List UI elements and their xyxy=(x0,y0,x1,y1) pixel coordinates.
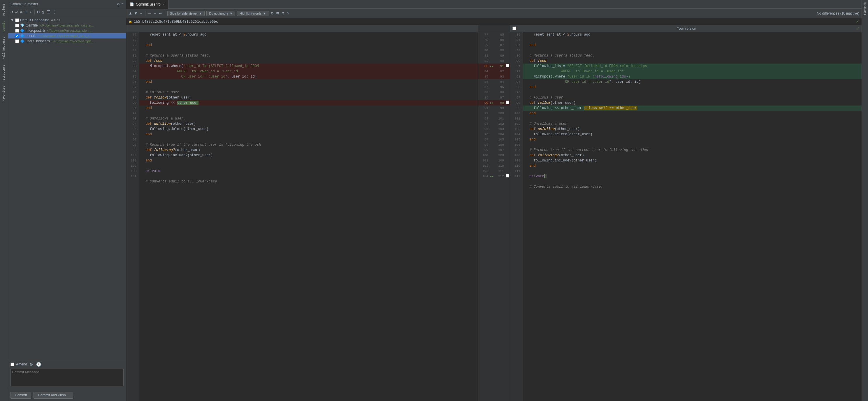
code-line xyxy=(139,85,478,90)
gutter-row: 81 89 xyxy=(478,53,510,58)
tab-user-rb[interactable]: 📄 Commit: user.rb ✕ xyxy=(126,0,168,9)
sync-icon[interactable]: ⇔ xyxy=(159,10,162,16)
changelist-checkbox[interactable] xyxy=(15,18,19,22)
gutter-row: 93 101 xyxy=(478,116,510,121)
your-version-label: Your version xyxy=(677,27,696,31)
code-line: # Unfollows a user. xyxy=(139,116,478,121)
right-pane-checkbox[interactable] xyxy=(513,27,516,30)
center-gutter: 77 85 78 86 79 87 80 88 xyxy=(478,25,510,401)
highlight-dropdown[interactable]: Highlight words ▼ xyxy=(237,11,269,16)
left-code-scroll[interactable]: 77 78 79 80 81 82 83 84 85 86 87 88 89 9… xyxy=(126,32,478,401)
code-line: following.include?(other_user) xyxy=(139,153,478,158)
add-icon[interactable]: ⊕ xyxy=(20,9,23,15)
settings-more-icon[interactable]: ⚙ xyxy=(270,10,274,16)
file-item-micropost[interactable]: 🔷 micropost.rb ~/RubymineProjects/sample… xyxy=(8,28,126,33)
edit-icon[interactable]: ✏ xyxy=(139,10,143,16)
diff-settings-icon[interactable]: ⚙ xyxy=(281,10,284,16)
amend-clock-icon[interactable]: 🕐 xyxy=(36,362,42,367)
commit-button[interactable]: Commit xyxy=(10,392,31,399)
prev-change-icon[interactable]: ▲ xyxy=(128,11,132,16)
group-icon[interactable]: ⊟ xyxy=(36,9,40,15)
tab-file-icon: 📄 xyxy=(130,2,134,6)
commit-message-area: Amend ⚙ 🕐 xyxy=(8,360,126,389)
minimize-icon[interactable]: − xyxy=(121,2,124,6)
user-path: ~/RubymineProjects/sample_rails_a… xyxy=(38,34,93,38)
next-change-icon[interactable]: ▼ xyxy=(134,11,137,16)
file-item-user[interactable]: 🔷 user.rb ~/RubymineProjects/sample_rail… xyxy=(8,33,126,38)
commit-toolbar: ↺ ↩ ⊕ ⊞ ⬇ ⊟ ◎ ☰ ⋮ xyxy=(8,8,126,16)
columns-icon[interactable]: ⊞ xyxy=(276,10,279,16)
code-line xyxy=(523,48,862,53)
sidebar-item-project[interactable]: Project xyxy=(2,1,6,18)
amend-checkbox[interactable] xyxy=(10,363,14,366)
diff-checkbox-3[interactable] xyxy=(506,174,509,178)
micropost-path: ~/RubymineProjects/sample_r… xyxy=(46,29,93,32)
code-line: end xyxy=(523,137,862,142)
ignore-dropdown[interactable]: Do not ignore ▼ xyxy=(206,11,235,16)
download-icon[interactable]: ⬇ xyxy=(29,9,33,15)
users-helper-name: users_helper.rb xyxy=(26,39,50,43)
tab-close-icon[interactable]: ✕ xyxy=(162,3,165,6)
gutter-row: 97 105 xyxy=(478,137,510,142)
micropost-icon: 🔷 xyxy=(20,29,25,33)
diff-icon[interactable]: ⊞ xyxy=(24,9,28,15)
code-line: def follow(other_user) xyxy=(139,95,478,100)
code-line: def feed xyxy=(139,58,478,64)
sidebar-item-structure[interactable]: Structure xyxy=(2,62,6,83)
user-checkbox[interactable] xyxy=(15,34,19,38)
code-line xyxy=(139,48,478,53)
code-line: # Returns a user's status feed. xyxy=(139,53,478,58)
diff-checkbox[interactable] xyxy=(506,64,509,67)
users-helper-checkbox[interactable] xyxy=(15,39,19,43)
settings-icon[interactable]: ⚙ xyxy=(117,2,120,6)
right-code-scroll[interactable]: 85 86 87 88 89 90 91 92 93 94 95 96 97 9… xyxy=(510,32,862,401)
undo-icon[interactable]: ↩ xyxy=(14,9,18,15)
code-line: # Follows a user. xyxy=(139,90,478,95)
sep-2 xyxy=(165,11,165,16)
highlight-label: Highlight words xyxy=(240,12,261,15)
expand-arrow[interactable]: ▼ xyxy=(10,18,14,22)
diff-split: 77 78 79 80 81 82 83 84 85 86 87 88 89 9… xyxy=(126,25,862,401)
code-line: # Follows a user. xyxy=(523,95,862,100)
nav-left-icon[interactable]: ← xyxy=(148,11,151,16)
micropost-checkbox[interactable] xyxy=(15,29,19,33)
highlight-arrow: ▼ xyxy=(263,12,266,15)
ignore-label: Do not ignore xyxy=(209,12,228,15)
sep-1 xyxy=(145,11,146,16)
help-icon[interactable]: ? xyxy=(286,11,290,16)
gutter-row: 96 104 xyxy=(478,132,510,137)
sidebar-item-database[interactable]: Database xyxy=(863,0,867,17)
eye-icon[interactable]: ◎ xyxy=(41,9,45,15)
nav-right-icon[interactable]: → xyxy=(153,11,157,16)
amend-settings-icon[interactable]: ⚙ xyxy=(29,362,34,367)
gutter-row: 91 99 xyxy=(478,105,510,111)
commit-and-push-button[interactable]: Commit and Push... xyxy=(33,392,73,399)
code-line: end xyxy=(523,85,862,90)
hash-value: 1b5fb4807c2c8d471a8b9bb48156251cab5d96bc xyxy=(134,20,218,24)
sort-icon[interactable]: ☰ xyxy=(46,9,51,15)
viewer-dropdown[interactable]: Side-by-side viewer ▼ xyxy=(167,11,205,16)
code-line: end xyxy=(523,42,862,48)
code-line xyxy=(523,90,862,95)
refresh-icon[interactable]: ↺ xyxy=(10,9,13,15)
left-sidebar: Project Commit Pull Requests Structure F… xyxy=(0,0,8,401)
commit-message-input[interactable] xyxy=(10,369,124,386)
ignore-arrow: ▼ xyxy=(229,12,232,15)
user-icon: 🔷 xyxy=(20,34,25,38)
gutter-row: 78 86 xyxy=(478,37,510,42)
gutter-row: 98 106 xyxy=(478,142,510,148)
tab-label: Commit: user.rb xyxy=(136,2,161,6)
users-helper-path: ~/RubymineProjects/sample… xyxy=(52,39,95,43)
code-line: def unfollow(other_user) xyxy=(523,126,862,132)
diff-main: 📄 Commit: user.rb ✕ ▲ ▼ ✏ ← → ⇔ Side-by-… xyxy=(126,0,862,401)
filter-icon[interactable]: ⋮ xyxy=(52,9,57,15)
code-line-removed: Micropost.where("user_id IN (SELECT foll… xyxy=(139,64,478,69)
file-item-users-helper[interactable]: 🔷 users_helper.rb ~/RubymineProjects/sam… xyxy=(8,38,126,44)
diff-checkbox-2[interactable] xyxy=(506,100,509,104)
sidebar-item-pull-requests[interactable]: Pull Requests xyxy=(2,34,6,62)
sidebar-item-favorites[interactable]: Favorites xyxy=(2,83,6,104)
sidebar-item-commit[interactable]: Commit xyxy=(2,19,6,34)
gemfile-checkbox[interactable] xyxy=(15,24,19,27)
header-icons: ⚙ − xyxy=(117,2,124,6)
file-item-gemfile[interactable]: 💎 Gemfile ~/RubymineProjects/sample_rail… xyxy=(8,23,126,28)
